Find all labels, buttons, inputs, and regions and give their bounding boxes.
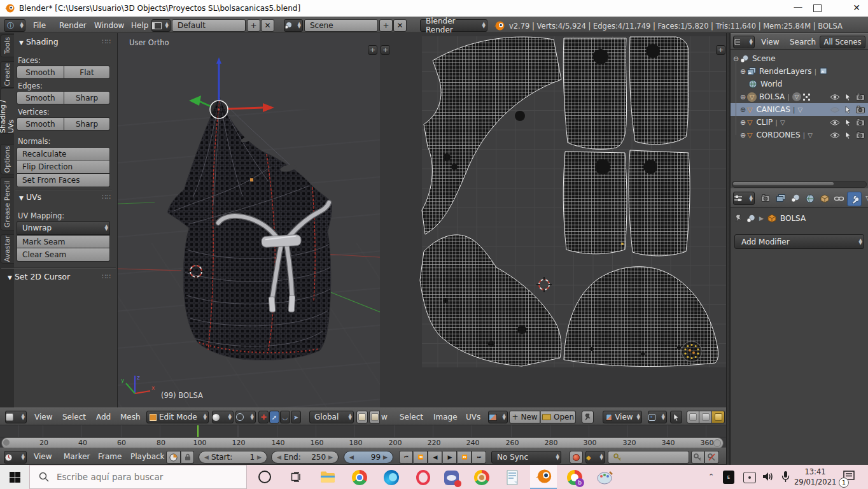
vertex-groups-icon[interactable] bbox=[803, 94, 810, 101]
notification-center-button[interactable]: 1 bbox=[843, 470, 859, 485]
outliner-hscrollbar-thumb[interactable] bbox=[733, 182, 834, 185]
uv-select-vertex-button[interactable] bbox=[687, 411, 699, 423]
timeline-menu-frame[interactable]: Frame bbox=[98, 452, 122, 461]
mark-seam-button[interactable]: Mark Seam bbox=[17, 235, 110, 248]
timeline-track[interactable] bbox=[0, 425, 726, 437]
manipulator-toggle-button[interactable]: ✚ bbox=[258, 411, 269, 423]
viewport-3d[interactable]: z x y User Ortho (99) BOLSA + bbox=[118, 33, 381, 408]
properties-tab-constraints[interactable] bbox=[832, 192, 846, 205]
uv-select-face-button[interactable] bbox=[712, 411, 725, 423]
set-from-faces-button[interactable]: Set From Faces bbox=[17, 174, 110, 187]
scene-name-field[interactable]: Scene bbox=[304, 19, 378, 32]
image-browse-button[interactable]: ▲▼ bbox=[488, 411, 508, 423]
outliner-menu-search[interactable]: Search bbox=[790, 38, 816, 46]
tab-shading-uvs[interactable]: Shading / UVs bbox=[0, 88, 14, 134]
auto-keyframe-button[interactable] bbox=[570, 451, 583, 464]
timeline-playhead[interactable] bbox=[197, 425, 199, 437]
mesh-data-icon[interactable]: ▽ bbox=[792, 92, 801, 101]
epic-games-tray-icon[interactable]: E bbox=[723, 471, 734, 484]
jump-to-end-button[interactable]: ⏭ bbox=[472, 451, 486, 464]
unwrap-select[interactable]: Unwrap▲▼ bbox=[17, 221, 110, 235]
tab-avastar[interactable]: Avastar bbox=[0, 234, 14, 264]
chrome-b-button[interactable]: b bbox=[564, 468, 585, 487]
properties-tab-render[interactable] bbox=[759, 192, 773, 205]
properties-tab-mesh-data[interactable]: ▽ bbox=[862, 192, 868, 205]
shading-panel-grip[interactable]: ∷∷ bbox=[102, 38, 111, 46]
edges-sharp-button[interactable]: Sharp bbox=[64, 91, 110, 104]
image-new-button[interactable]: +New bbox=[509, 411, 540, 423]
microphone-tray-icon[interactable] bbox=[781, 471, 790, 485]
menu-file[interactable]: File bbox=[33, 21, 46, 30]
scene-delete-button[interactable]: ✕ bbox=[393, 19, 407, 32]
viewport-shading-select[interactable]: ▲▼ bbox=[212, 411, 234, 423]
selectability-cursor-icon[interactable] bbox=[844, 131, 851, 139]
set-2d-cursor-grip[interactable]: ∷∷ bbox=[102, 273, 111, 281]
properties-editor-type-button[interactable]: ▲▼ bbox=[733, 192, 755, 205]
selectability-cursor-icon[interactable] bbox=[844, 118, 851, 127]
viewport-region-expand-button[interactable]: + bbox=[368, 45, 377, 55]
menu-render[interactable]: Render bbox=[59, 21, 87, 30]
layout-delete-button[interactable]: ✕ bbox=[261, 19, 274, 32]
properties-tab-object[interactable] bbox=[818, 192, 831, 205]
outliner-hscrollbar[interactable] bbox=[732, 181, 867, 188]
timeline-menu-marker[interactable]: Marker bbox=[64, 452, 90, 461]
viewport-menu-add[interactable]: Add bbox=[96, 413, 111, 422]
outliner-menu-view[interactable]: View bbox=[761, 38, 779, 46]
editor-divider-vertical[interactable] bbox=[726, 33, 731, 465]
volume-tray-icon[interactable] bbox=[762, 471, 774, 485]
active-keying-set-field[interactable] bbox=[608, 451, 689, 464]
flip-direction-button[interactable]: Flip Direction bbox=[17, 160, 110, 174]
outliner-row-cordones[interactable]: ⊕ ▽ CORDONES | ▽ bbox=[731, 129, 868, 141]
file-explorer-button[interactable] bbox=[317, 467, 339, 487]
taskbar-clock[interactable]: 13:41 29/01/2021 bbox=[794, 467, 836, 487]
tray-expand-chevron[interactable]: ⌃ bbox=[708, 472, 714, 481]
outliner-row-scene[interactable]: ⊖ Scene bbox=[731, 52, 868, 65]
tab-tools[interactable]: Tools bbox=[0, 34, 14, 57]
uv-editor[interactable]: + + bbox=[380, 33, 726, 408]
mesh-data-icon[interactable]: ▽ bbox=[808, 132, 813, 139]
visibility-eye-icon[interactable] bbox=[830, 132, 840, 139]
renderability-camera-icon[interactable] bbox=[856, 106, 865, 113]
minimize-button[interactable]: ― bbox=[784, 0, 812, 16]
snap-target-button[interactable] bbox=[369, 411, 380, 423]
pin-icon[interactable] bbox=[734, 214, 743, 223]
chrome-profile2-button[interactable] bbox=[471, 468, 493, 487]
shading-panel-header[interactable]: ▼ Shading bbox=[19, 37, 59, 46]
rotate-manipulator-button[interactable]: ◡ bbox=[280, 411, 290, 423]
properties-tab-scene[interactable] bbox=[788, 192, 802, 205]
taskbar-search-box[interactable] bbox=[29, 465, 247, 489]
chrome-button[interactable] bbox=[349, 468, 370, 487]
render-engine-select[interactable]: Blender Render▲▼ bbox=[420, 19, 487, 32]
uv-sticky-select-button[interactable] bbox=[670, 411, 682, 423]
menu-window[interactable]: Window bbox=[94, 21, 124, 30]
prev-keyframe-button[interactable]: ⏪ bbox=[414, 451, 428, 464]
faces-flat-button[interactable]: Flat bbox=[64, 66, 110, 79]
tab-options[interactable]: Options bbox=[0, 144, 14, 174]
object-cube-icon[interactable] bbox=[767, 214, 776, 223]
jump-to-start-button[interactable]: ⏮ bbox=[399, 451, 413, 464]
scene-browse-button[interactable]: ▲▼ bbox=[284, 19, 303, 32]
outliner-scope-select[interactable]: All Scenes bbox=[820, 36, 865, 48]
recalculate-button[interactable]: Recalculate bbox=[17, 147, 110, 160]
vertices-smooth-button[interactable]: Smooth bbox=[17, 117, 64, 131]
mesh-data-icon[interactable]: ▽ bbox=[780, 119, 785, 126]
viewport-menu-select[interactable]: Select bbox=[62, 413, 86, 422]
play-button[interactable]: ▶ bbox=[443, 451, 457, 464]
outliner-editor-type-button[interactable]: ▲▼ bbox=[733, 36, 755, 48]
uv-mode-select[interactable]: View▲▼ bbox=[603, 411, 642, 423]
uv-left-region-expand-button[interactable]: + bbox=[381, 45, 390, 55]
viewport-menu-mesh[interactable]: Mesh bbox=[120, 413, 141, 422]
tablet-driver-tray-icon[interactable] bbox=[743, 472, 756, 483]
renderability-camera-icon[interactable] bbox=[856, 131, 865, 139]
renderability-camera-icon[interactable] bbox=[856, 118, 865, 126]
layout-add-button[interactable]: + bbox=[247, 19, 260, 32]
tab-create[interactable]: Create bbox=[0, 61, 14, 88]
selectability-cursor-icon[interactable] bbox=[844, 93, 851, 101]
cortana-button[interactable] bbox=[255, 467, 275, 487]
layout-browse-button[interactable]: ▲▼ bbox=[151, 19, 171, 32]
tab-grease-pencil[interactable]: Grease Pencil bbox=[0, 177, 14, 230]
image-pin-button[interactable] bbox=[582, 411, 594, 423]
preview-range-button[interactable] bbox=[166, 451, 181, 464]
vertices-sharp-button[interactable]: Sharp bbox=[64, 117, 110, 131]
insert-keyframe-button[interactable] bbox=[691, 451, 704, 464]
